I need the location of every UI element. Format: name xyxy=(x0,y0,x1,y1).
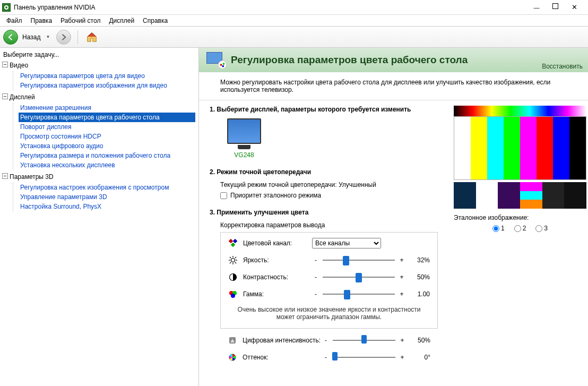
minus-icon: - xyxy=(312,256,319,264)
hue-icon xyxy=(228,353,237,362)
gamma-label: Гамма: xyxy=(243,290,312,298)
window-title: Панель управления NVIDIA xyxy=(14,4,530,11)
svg-line-14 xyxy=(235,262,236,263)
plus-icon: + xyxy=(398,256,405,264)
brightness-slider[interactable] xyxy=(323,255,395,265)
step3-title: 3. Применить улучшения цвета xyxy=(210,209,438,216)
tree-item-selected[interactable]: Регулировка параметров цвета рабочего ст… xyxy=(19,113,195,122)
tree-item[interactable]: Регулировка параметров цвета для видео xyxy=(19,71,195,81)
contrast-slider[interactable] xyxy=(323,272,395,282)
tree-item[interactable]: Регулировка размера и положения рабочего… xyxy=(19,151,195,160)
color-bars xyxy=(454,116,586,180)
plus-icon: + xyxy=(398,290,405,298)
svg-rect-5 xyxy=(229,239,233,243)
hue-label: Оттенок: xyxy=(243,354,322,361)
tree-category-3d[interactable]: Параметры 3D xyxy=(10,172,195,182)
ref-radio-2[interactable] xyxy=(514,225,521,232)
channel-label: Цветовой канал: xyxy=(243,239,312,247)
menu-help[interactable]: Справка xyxy=(139,16,172,25)
svg-point-1 xyxy=(5,6,7,8)
tree-item[interactable]: Управление параметрами 3D xyxy=(19,192,195,202)
ref-radio-1[interactable] xyxy=(492,225,499,232)
svg-point-2 xyxy=(220,64,222,66)
lower-bars xyxy=(454,182,586,209)
task-prompt: Выберите задачу... xyxy=(3,51,195,58)
tree-category-video[interactable]: Видео xyxy=(10,61,195,70)
svg-point-3 xyxy=(223,63,225,65)
brightness-label: Яркость: xyxy=(243,256,312,264)
vibrance-label: Цифровая интенсивность: xyxy=(243,337,322,344)
back-dropdown-icon[interactable]: ▼ xyxy=(46,35,50,39)
brightness-icon xyxy=(228,255,238,265)
home-button[interactable] xyxy=(84,30,99,45)
plus-icon: + xyxy=(399,354,406,361)
step2-title: 2. Режим точной цветопередачи xyxy=(210,168,438,176)
hue-value: 0° xyxy=(409,354,430,361)
forward-button[interactable] xyxy=(56,30,71,45)
vibrance-value: 50% xyxy=(409,337,430,344)
close-button[interactable] xyxy=(568,2,581,13)
brightness-value: 32% xyxy=(409,256,430,264)
toolbar-separator xyxy=(77,30,78,44)
current-mode-label: Текущий режим точной цветопередачи: xyxy=(220,181,337,188)
vibrance-slider[interactable] xyxy=(333,335,395,346)
contrast-value: 50% xyxy=(409,273,430,281)
tree-item[interactable]: Поворот дисплея xyxy=(19,122,195,132)
ref-radio-3[interactable] xyxy=(535,225,542,232)
minimize-button[interactable] xyxy=(530,2,543,13)
tree-toggle-icon[interactable]: − xyxy=(2,93,8,99)
display-thumbnail[interactable]: VG248 xyxy=(226,118,263,159)
content-pane: Регулировка параметров цвета рабочего ст… xyxy=(199,48,588,386)
tree-item[interactable]: Регулировка настроек изображения с просм… xyxy=(19,183,195,192)
current-mode-row: Текущий режим точной цветопередачи: Улуч… xyxy=(220,181,438,188)
svg-line-16 xyxy=(235,257,236,258)
menu-desktop[interactable]: Рабочий стол xyxy=(56,16,105,25)
restore-link[interactable]: Восстановить xyxy=(542,63,583,70)
tree-item[interactable]: Изменение разрешения xyxy=(19,103,195,113)
gamma-value: 1.00 xyxy=(409,290,430,298)
ref-radio-3-label: 3 xyxy=(544,225,548,232)
preview-box: Эталонное изображение: 1 2 3 xyxy=(454,106,586,232)
spectrum-bar xyxy=(454,106,586,116)
nvidia-icon xyxy=(2,3,11,12)
menu-display[interactable]: Дисплей xyxy=(105,16,139,25)
svg-rect-7 xyxy=(231,243,235,247)
page-title: Регулировка параметров цвета рабочего ст… xyxy=(231,54,581,66)
hue-slider[interactable] xyxy=(333,352,395,363)
svg-point-8 xyxy=(231,259,235,262)
tree-item[interactable]: Установка цифрового аудио xyxy=(19,141,195,151)
page-description: Можно регулировать настройки цвета рабоч… xyxy=(199,72,588,100)
menu-file[interactable]: Файл xyxy=(2,16,27,25)
svg-point-20 xyxy=(231,294,235,298)
reference-priority-checkbox[interactable] xyxy=(220,192,227,199)
tree-toggle-icon[interactable]: − xyxy=(2,173,8,179)
plus-icon: + xyxy=(399,337,406,344)
minus-icon: - xyxy=(312,290,319,298)
tree-item[interactable]: Установка нескольких дисплеев xyxy=(19,160,195,170)
tree-item[interactable]: Настройка Surround, PhysX xyxy=(19,202,195,211)
tree-item[interactable]: Регулировка параметров изображения для в… xyxy=(19,81,195,90)
maximize-button[interactable] xyxy=(552,3,558,9)
gamma-slider[interactable] xyxy=(323,289,395,299)
menubar: Файл Правка Рабочий стол Дисплей Справка xyxy=(0,15,588,27)
vibrance-icon xyxy=(228,336,237,345)
reference-radio-group: 1 2 3 xyxy=(454,225,586,232)
back-button[interactable] xyxy=(3,30,18,45)
reference-image-label: Эталонное изображение: xyxy=(454,214,586,221)
nav-tree: − Видео Регулировка параметров цвета для… xyxy=(3,61,195,211)
tree-category-display[interactable]: Дисплей xyxy=(10,92,195,102)
panel-note: Очень высокое или низкое значение яркост… xyxy=(228,306,430,321)
tree-toggle-icon[interactable]: − xyxy=(2,62,8,67)
tree-item[interactable]: Просмотр состояния HDCP xyxy=(19,132,195,141)
svg-point-4 xyxy=(222,65,224,67)
channel-icon xyxy=(228,238,238,248)
channel-select[interactable]: Все каналы xyxy=(312,238,381,248)
menu-edit[interactable]: Правка xyxy=(27,16,57,25)
svg-line-13 xyxy=(230,257,231,258)
toolbar: Назад ▼ xyxy=(0,27,588,48)
contrast-icon xyxy=(228,272,238,282)
current-mode-value: Улучшенный xyxy=(339,181,376,188)
page-header: Регулировка параметров цвета рабочего ст… xyxy=(199,48,588,72)
display-name: VG248 xyxy=(226,151,263,159)
svg-line-15 xyxy=(230,262,231,263)
